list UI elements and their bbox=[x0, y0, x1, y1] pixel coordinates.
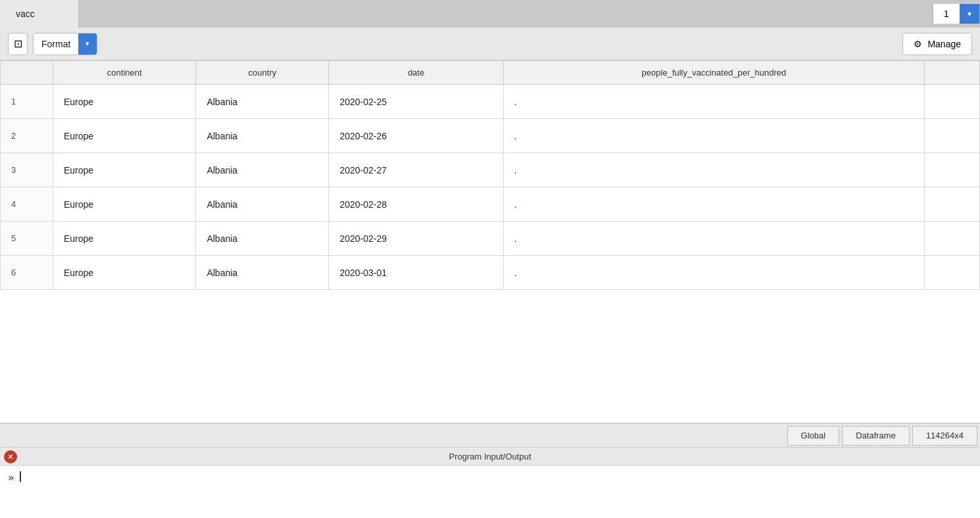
global-label: Global bbox=[801, 431, 826, 440]
cell-row-num: 6 bbox=[1, 256, 53, 290]
cell-date: 2020-02-26 bbox=[329, 119, 503, 153]
cell-date: 2020-03-01 bbox=[329, 256, 503, 290]
cell-row-num: 4 bbox=[1, 187, 53, 222]
size-label: 114264x4 bbox=[926, 431, 964, 440]
header-extra bbox=[925, 61, 980, 85]
header-vaccinated: people_fully_vaccinated_per_hundred bbox=[503, 61, 925, 85]
program-io-title: Program Input/Output bbox=[449, 452, 531, 461]
close-button[interactable]: ✕ bbox=[4, 450, 17, 463]
cell-vaccinated: . bbox=[503, 187, 925, 222]
cell-date: 2020-02-29 bbox=[329, 222, 503, 256]
tab-number-input[interactable] bbox=[933, 4, 960, 24]
cell-extra bbox=[925, 153, 980, 187]
cell-extra bbox=[925, 187, 980, 222]
size-button[interactable]: 114264x4 bbox=[912, 426, 977, 446]
table-row: 2 Europe Albania 2020-02-26 . bbox=[1, 119, 980, 153]
cell-vaccinated: . bbox=[503, 119, 925, 153]
header-country: country bbox=[196, 61, 329, 85]
cell-date: 2020-02-25 bbox=[329, 85, 503, 119]
tab-number-area: ▾ bbox=[933, 4, 980, 24]
cell-country: Albania bbox=[196, 222, 329, 256]
chevron-down-icon: ▾ bbox=[968, 9, 971, 18]
cell-country: Albania bbox=[196, 153, 329, 187]
cell-country: Albania bbox=[196, 256, 329, 290]
cell-country: Albania bbox=[196, 119, 329, 153]
cell-row-num: 5 bbox=[1, 222, 53, 256]
cell-continent: Europe bbox=[53, 153, 196, 187]
cell-vaccinated: . bbox=[503, 256, 925, 290]
format-dropdown-arrow[interactable]: ▾ bbox=[78, 34, 97, 55]
cell-country: Albania bbox=[196, 187, 329, 222]
cell-row-num: 1 bbox=[1, 85, 53, 119]
cell-country: Albania bbox=[196, 85, 329, 119]
table-header: continent country date people_fully_vacc… bbox=[1, 61, 980, 85]
manage-button[interactable]: ⚙ Manage bbox=[902, 33, 972, 55]
table-row: 5 Europe Albania 2020-02-29 . bbox=[1, 222, 980, 256]
status-bar: Global Dataframe 114264x4 bbox=[0, 423, 980, 447]
console-area[interactable]: » bbox=[0, 465, 980, 518]
cell-row-num: 2 bbox=[1, 119, 53, 153]
cell-extra bbox=[925, 85, 980, 119]
dataframe-label: Dataframe bbox=[856, 431, 896, 440]
global-button[interactable]: Global bbox=[787, 426, 840, 446]
header-row-num bbox=[1, 61, 53, 85]
manage-label: Manage bbox=[927, 39, 961, 49]
program-io-bar: ✕ Program Input/Output bbox=[0, 447, 980, 465]
copy-icon: ⊡ bbox=[14, 37, 22, 50]
cell-extra bbox=[925, 256, 980, 290]
cell-continent: Europe bbox=[53, 187, 196, 222]
table-body: 1 Europe Albania 2020-02-25 . 2 Europe A… bbox=[1, 85, 980, 290]
tab-vacc[interactable]: vacc bbox=[0, 0, 79, 28]
cell-extra bbox=[925, 222, 980, 256]
cell-continent: Europe bbox=[53, 256, 196, 290]
data-table-container[interactable]: continent country date people_fully_vacc… bbox=[0, 60, 980, 423]
table-row: 1 Europe Albania 2020-02-25 . bbox=[1, 85, 980, 119]
cell-extra bbox=[925, 119, 980, 153]
cell-vaccinated: . bbox=[503, 153, 925, 187]
table-row: 4 Europe Albania 2020-02-28 . bbox=[1, 187, 980, 222]
console-cursor bbox=[20, 471, 21, 482]
table-row: 6 Europe Albania 2020-03-01 . bbox=[1, 256, 980, 290]
close-icon: ✕ bbox=[7, 452, 14, 461]
cell-continent: Europe bbox=[53, 85, 196, 119]
tab-number-dropdown[interactable]: ▾ bbox=[960, 4, 979, 24]
format-button[interactable]: Format ▾ bbox=[33, 33, 97, 55]
cell-date: 2020-02-28 bbox=[329, 187, 503, 222]
cell-row-num: 3 bbox=[1, 153, 53, 187]
gear-icon: ⚙ bbox=[914, 39, 922, 49]
console-prompt: » bbox=[8, 471, 14, 484]
tab-label: vacc bbox=[16, 9, 35, 19]
cell-vaccinated: . bbox=[503, 222, 925, 256]
header-continent: continent bbox=[53, 61, 196, 85]
tab-number-box: ▾ bbox=[933, 4, 980, 24]
header-date: date bbox=[329, 61, 503, 85]
data-table: continent country date people_fully_vacc… bbox=[0, 60, 980, 290]
cell-continent: Europe bbox=[53, 222, 196, 256]
cell-vaccinated: . bbox=[503, 85, 925, 119]
toolbar: ⊡ Format ▾ ⚙ Manage bbox=[0, 28, 980, 60]
format-label: Format bbox=[34, 34, 78, 55]
dataframe-button[interactable]: Dataframe bbox=[842, 426, 910, 446]
tab-bar: vacc ▾ bbox=[0, 0, 980, 28]
cell-continent: Europe bbox=[53, 119, 196, 153]
table-row: 3 Europe Albania 2020-02-27 . bbox=[1, 153, 980, 187]
copy-button[interactable]: ⊡ bbox=[8, 33, 28, 55]
cell-date: 2020-02-27 bbox=[329, 153, 503, 187]
chevron-down-icon: ▾ bbox=[86, 39, 89, 48]
header-row: continent country date people_fully_vacc… bbox=[1, 61, 980, 85]
